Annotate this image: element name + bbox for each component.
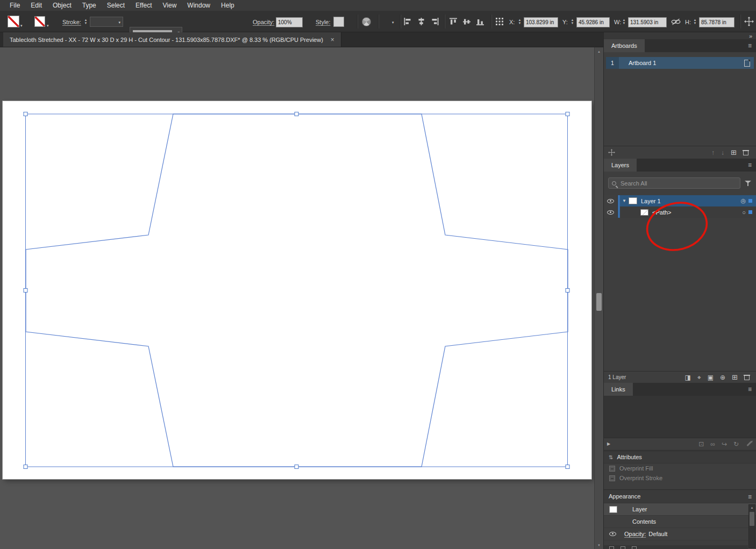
artboard-row[interactable]: 1 Artboard 1 [606,57,754,69]
menu-object[interactable]: Object [47,2,77,9]
appearance-row-opacity[interactable]: Opacity: Default [604,528,756,540]
layer-row[interactable]: <Path> ○ [604,206,756,218]
search-input[interactable] [619,180,737,187]
visibility-cell[interactable] [604,206,618,218]
relink-icon[interactable]: ∞ [710,441,715,447]
update-link-icon[interactable]: ↻ [733,441,739,447]
tab-layers[interactable]: Layers [604,159,637,172]
fill-color-swatch[interactable] [8,16,19,27]
stroke-width-stepper[interactable]: ▲▼ [83,17,88,26]
constrain-proportions-icon[interactable] [671,18,681,25]
collect-for-export-icon[interactable]: ▣ [708,374,714,381]
panel-menu-icon[interactable]: ≡ [748,493,752,501]
visibility-cell[interactable] [604,195,618,206]
menu-view[interactable]: View [158,2,182,9]
artboard-name[interactable]: Artboard 1 [619,60,744,66]
relink-from-cc-icon[interactable]: ⊡ [698,441,704,447]
move-artboard-up-icon[interactable]: ↑ [711,149,715,156]
width-input[interactable] [628,17,667,27]
panel-menu-icon[interactable]: ≡ [748,42,752,49]
align-bottom-icon[interactable] [476,18,484,25]
layer-thumbnail[interactable] [629,197,637,204]
x-position-input[interactable] [524,17,558,27]
stroke-swatch-chevron-icon[interactable]: ▾ [47,24,49,27]
opacity-input[interactable] [276,17,303,27]
scroll-up-icon[interactable]: ▲ [751,505,754,510]
scroll-up-icon[interactable]: ▲ [595,47,603,55]
recolor-artwork-icon[interactable] [362,17,371,26]
new-layer-icon[interactable]: ⊞ [732,374,738,381]
expand-chevron-icon[interactable]: ▼ [620,198,629,203]
artboard-page-icon[interactable] [744,60,750,67]
artboard[interactable] [3,101,591,479]
style-label[interactable]: Style: [316,19,331,25]
opacity-label[interactable]: Opacity: [253,19,274,25]
move-artboard-down-icon[interactable]: ↓ [721,149,724,156]
eye-icon[interactable] [609,532,616,536]
filter-icon[interactable] [745,180,752,187]
style-swatch[interactable] [333,17,344,27]
panel-menu-icon[interactable]: ≡ [748,161,752,169]
appearance-row-layer[interactable]: Layer [604,503,756,516]
stroke-width-dropdown[interactable]: ▾ [90,17,123,27]
reference-point-grid-icon[interactable] [496,18,503,25]
h-stepper[interactable]: ▲▼ [693,17,697,26]
layer-row-main[interactable]: ▼ Layer 1 ◎ [620,195,756,206]
appearance-panel-header[interactable]: Appearance ≡ [604,489,756,503]
appearance-row-contents[interactable]: Contents [604,516,756,528]
layer-row[interactable]: ▼ Layer 1 ◎ [604,195,756,206]
fill-swatch-chevron-icon[interactable]: ▾ [20,24,23,27]
delete-layer-icon[interactable] [744,374,750,380]
checkbox-icon[interactable] [609,475,615,481]
x-stepper[interactable]: ▲▼ [517,17,522,26]
menu-help[interactable]: Help [216,2,240,9]
y-position-input[interactable] [576,17,610,27]
delete-artboard-icon[interactable] [743,149,748,155]
appearance-footer-icon[interactable] [632,546,637,549]
stroke-color-swatch[interactable] [34,16,45,27]
free-transform-icon[interactable] [744,17,754,26]
stroke-label[interactable]: Stroke: [62,19,81,25]
align-top-icon[interactable] [450,18,458,25]
align-left-icon[interactable] [404,18,412,25]
attributes-panel-header[interactable]: ⇅ Attributes [604,451,756,464]
opacity-link-label[interactable]: Opacity: [624,531,646,537]
menu-effect[interactable]: Effect [130,2,157,9]
edit-original-icon[interactable] [747,441,752,446]
tab-links[interactable]: Links [604,383,633,396]
scrollbar-thumb[interactable] [750,512,754,526]
eye-icon[interactable] [607,199,614,203]
appearance-footer-icon[interactable] [609,546,614,549]
target-icon[interactable]: ◎ [740,197,746,204]
align-center-horizontal-icon[interactable] [417,18,425,25]
overprint-stroke-option[interactable]: Overprint Stroke [604,473,756,483]
move-artwork-with-artboard-icon[interactable] [608,149,615,156]
link-info-disclosure-icon[interactable]: ▶ [607,441,610,446]
dock-collapse-chevron[interactable]: » [749,33,752,39]
path-name[interactable]: <Path> [652,209,742,216]
scroll-down-icon[interactable]: ▼ [595,541,603,549]
make-clipping-mask-icon[interactable]: ◨ [685,374,691,381]
appearance-scrollbar[interactable]: ▲ [748,504,755,548]
new-artboard-icon[interactable]: ⊞ [731,149,737,156]
panel-menu-icon[interactable]: ≡ [748,386,752,393]
path-thumbnail[interactable] [640,209,648,216]
layer-row-main[interactable]: <Path> ○ [620,206,756,218]
menu-select[interactable]: Select [102,2,130,9]
selection-indicator[interactable] [748,210,752,214]
menu-file[interactable]: File [4,2,25,9]
document-tab[interactable]: Tablecloth Stretched - XX - 72 W x 30 D … [3,32,341,47]
overprint-fill-option[interactable]: Overprint Fill [604,464,756,473]
height-input[interactable] [699,17,734,27]
checkbox-icon[interactable] [609,466,615,472]
chevron-down-icon[interactable]: ▾ [392,20,394,24]
menu-window[interactable]: Window [182,2,216,9]
canvas-area[interactable]: ▲ ▼ [0,47,603,549]
close-tab-icon[interactable]: × [331,37,334,43]
menu-type[interactable]: Type [77,2,102,9]
layers-search-box[interactable] [608,177,740,189]
appearance-footer-icon[interactable] [621,546,625,549]
locate-object-icon[interactable]: ⌖ [697,374,701,381]
layer-name[interactable]: Layer 1 [641,198,740,204]
target-icon[interactable]: ○ [742,209,746,216]
